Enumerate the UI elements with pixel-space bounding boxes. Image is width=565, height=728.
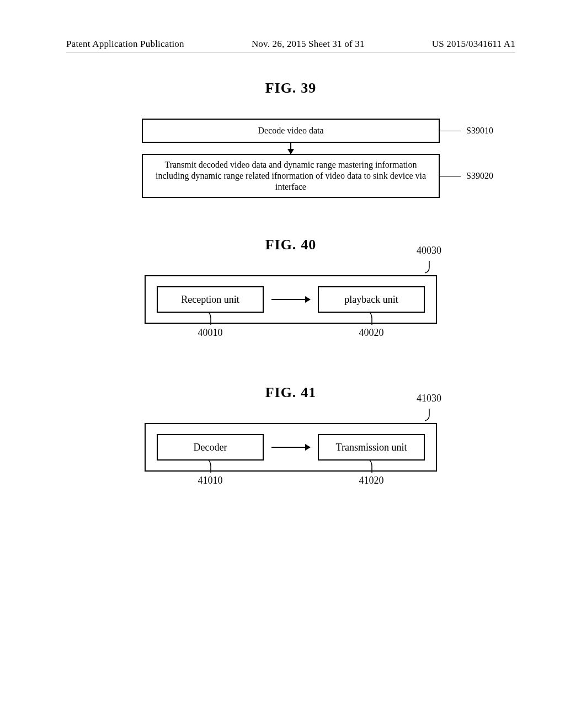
leader-hook-icon bbox=[205, 459, 215, 473]
fig-word: FIG. bbox=[265, 384, 297, 400]
leader-hook-icon bbox=[424, 409, 435, 422]
fig40-title: FIG.40 bbox=[66, 237, 515, 253]
fig-word: FIG. bbox=[265, 80, 297, 96]
page-header: Patent Application Publication Nov. 26, … bbox=[66, 39, 515, 52]
fig40-left-ref: 40010 bbox=[198, 327, 223, 339]
fig40-left-label: Reception unit bbox=[181, 294, 239, 306]
leader-hook-icon bbox=[366, 312, 376, 325]
fig39-step1-box: Decode video data S39010 bbox=[142, 119, 440, 143]
fig41-left-box: Decoder 41010 bbox=[157, 434, 264, 461]
fig39-step2-text: Transmit decoded video data and dynamic … bbox=[156, 160, 426, 191]
fig41-title: FIG.41 bbox=[66, 384, 515, 401]
fig39-flowchart: Decode video data S39010 Transmit decode… bbox=[142, 119, 440, 198]
arrow-down-icon bbox=[290, 143, 291, 154]
fig39-title: FIG.39 bbox=[66, 80, 515, 97]
fig40-right-box: playback unit 40020 bbox=[318, 286, 425, 313]
fig40-right-ref: 40020 bbox=[359, 327, 384, 339]
fig-num: 40 bbox=[301, 237, 316, 253]
leader-hook-icon bbox=[424, 261, 435, 274]
fig39-step2-box: Transmit decoded video data and dynamic … bbox=[142, 154, 440, 198]
leader-hook-icon bbox=[366, 459, 376, 473]
fig39-step2-ref: S39020 bbox=[466, 170, 493, 181]
leader-line bbox=[439, 131, 461, 131]
fig41-outer-box: Decoder 41010 Transmission unit 41020 bbox=[145, 423, 437, 472]
fig41-right-label: Transmission unit bbox=[336, 442, 407, 453]
header-left: Patent Application Publication bbox=[66, 39, 184, 50]
fig41-block-diagram: 41030 Decoder 41010 Transmission unit 41… bbox=[145, 423, 437, 472]
fig-word: FIG. bbox=[265, 237, 297, 253]
fig-num: 41 bbox=[301, 384, 316, 400]
leader-line bbox=[439, 176, 461, 176]
fig41-left-ref: 41010 bbox=[198, 475, 223, 486]
fig41-right-box: Transmission unit 41020 bbox=[318, 434, 425, 461]
fig40-block-diagram: 40030 Reception unit 40010 playback unit… bbox=[145, 275, 437, 324]
fig40-outer-box: Reception unit 40010 playback unit 40020 bbox=[145, 275, 437, 324]
fig40-left-box: Reception unit 40010 bbox=[157, 286, 264, 313]
fig40-right-label: playback unit bbox=[344, 294, 398, 306]
header-right: US 2015/0341611 A1 bbox=[432, 39, 515, 50]
fig39-step1-ref: S39010 bbox=[466, 125, 493, 136]
fig40-outer-ref: 40030 bbox=[417, 245, 441, 256]
leader-hook-icon bbox=[205, 312, 215, 325]
fig41-right-ref: 41020 bbox=[359, 475, 384, 486]
fig-num: 39 bbox=[301, 80, 316, 96]
arrow-right-icon bbox=[271, 299, 310, 300]
patent-page: Patent Application Publication Nov. 26, … bbox=[0, 0, 565, 728]
arrow-right-icon bbox=[271, 447, 310, 448]
header-center: Nov. 26, 2015 Sheet 31 of 31 bbox=[252, 39, 365, 50]
fig41-left-label: Decoder bbox=[194, 442, 227, 453]
fig39-step1-text: Decode video data bbox=[258, 125, 323, 136]
fig41-outer-ref: 41030 bbox=[417, 393, 441, 404]
